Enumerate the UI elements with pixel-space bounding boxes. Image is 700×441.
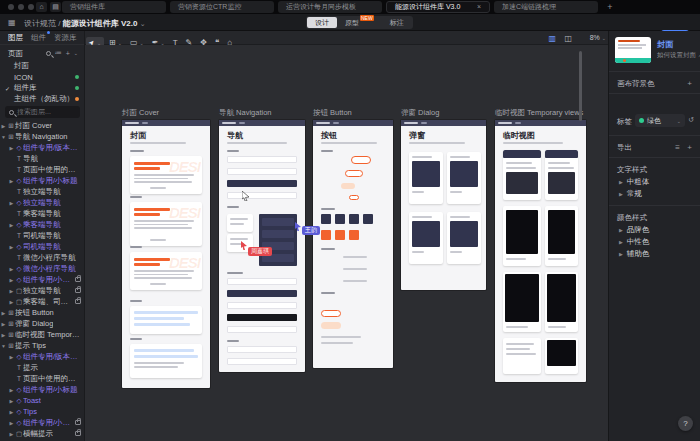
layer-row[interactable]: ▶◇微信小程序导航	[0, 263, 85, 274]
layer-caret-icon[interactable]: ▶	[8, 288, 15, 294]
layer-row[interactable]: ▶◇组件专用/版本标题	[0, 142, 85, 153]
layer-caret-icon[interactable]: ▶	[8, 431, 15, 437]
layer-row[interactable]: ▶◇组件专用/小标题	[0, 175, 85, 186]
layer-row[interactable]: ▶⊞按钮 Button	[0, 307, 85, 318]
mode-annotate[interactable]: 标注	[382, 17, 412, 28]
layer-caret-icon[interactable]: ▶	[8, 178, 15, 184]
layer-caret-icon[interactable]: ▼	[0, 134, 7, 140]
document-title[interactable]: 能源设计组件库 V2.0	[63, 19, 138, 28]
canvas-viewport[interactable]: 封面 Cover 导航 Navigation 按钮 Button 弹窗 Dial…	[85, 45, 608, 441]
tab-layers[interactable]: 图层	[8, 33, 23, 43]
layer-row[interactable]: T乘客端导航	[0, 208, 85, 219]
export-settings-icon[interactable]: ≡	[675, 143, 680, 152]
artboard-button[interactable]: 按钮	[313, 120, 393, 368]
layer-row[interactable]: ▶◇组件专用/小标题	[0, 384, 85, 395]
add-canvas-bg-button[interactable]: +	[687, 79, 692, 88]
main-menu-icon[interactable]: ▦	[8, 18, 16, 27]
lock-icon[interactable]	[75, 288, 81, 293]
layer-row[interactable]: T微信小程序导航	[0, 252, 85, 263]
layer-row[interactable]: T司机端导航	[0, 230, 85, 241]
mode-prototype[interactable]: 原型NEW	[337, 17, 382, 28]
layer-row[interactable]: ▶◇组件专用/小标题	[0, 274, 85, 285]
layer-row[interactable]: ▶◇组件专用/版本标题	[0, 351, 85, 362]
layer-caret-icon[interactable]: ▶	[0, 123, 7, 129]
file-tab[interactable]: 能源设计组件库 V3.0×	[386, 1, 490, 13]
file-tab[interactable]: 加速C端链路梳理	[494, 1, 598, 13]
layer-caret-icon[interactable]: ▶	[8, 222, 15, 228]
layer-row[interactable]: ▼⊞提示 Tips	[0, 340, 85, 351]
layer-row[interactable]: ▶⊞临时视图 Temporary views	[0, 329, 85, 340]
layer-caret-icon[interactable]: ▶	[8, 354, 15, 360]
artboard-dialog[interactable]: 弹窗	[401, 120, 486, 290]
layer-row[interactable]: ▶▢独立端导航	[0, 285, 85, 296]
color-style-item[interactable]: ▶辅助色	[619, 249, 649, 259]
layer-row[interactable]: ▶▢乘客端、司机端、微...	[0, 296, 85, 307]
layer-row[interactable]: T导航	[0, 153, 85, 164]
chevron-down-icon[interactable]: ⌄	[140, 20, 146, 27]
help-link[interactable]: 如何设置封面 ↗	[657, 51, 700, 60]
search-icon[interactable]	[46, 51, 51, 56]
file-tab[interactable]: 营销组件库	[62, 1, 166, 13]
lock-icon[interactable]	[75, 277, 81, 282]
window-maximize-button[interactable]	[28, 4, 34, 10]
color-style-item[interactable]: ▶品牌色	[619, 225, 649, 235]
caret-right-icon[interactable]: ▶	[619, 251, 623, 257]
layer-caret-icon[interactable]: ▶	[8, 266, 15, 272]
breadcrumb[interactable]: 设计规范 / 能源设计组件库 V2.0 ⌄	[24, 18, 146, 29]
boards-icon[interactable]: ▤	[50, 2, 61, 12]
file-tab[interactable]: 营销资源位CTR监控	[170, 1, 274, 13]
artboard-label[interactable]: 导航 Navigation	[219, 108, 272, 118]
layer-row[interactable]: T提示	[0, 362, 85, 373]
tag-select[interactable]: 绿色 ⌄	[635, 114, 685, 127]
layer-search-box[interactable]: 搜索图层...	[5, 106, 80, 118]
page-row[interactable]: 主组件（勿乱动）	[0, 94, 85, 104]
layer-row[interactable]: ▶⊞弹窗 Dialog	[0, 318, 85, 329]
layer-caret-icon[interactable]: ▼	[0, 343, 7, 349]
grid-view-icon[interactable]: ▥	[548, 34, 556, 43]
comment-mode-icon[interactable]: ◫	[564, 34, 572, 43]
layer-row[interactable]: T页面中使用的按钮应当保持统...	[0, 373, 85, 384]
breadcrumb-root[interactable]: 设计规范	[24, 19, 56, 28]
close-icon[interactable]: ×	[477, 2, 481, 12]
help-button[interactable]: ?	[678, 416, 693, 431]
zoom-control[interactable]: 8% ⌄	[590, 34, 606, 41]
layer-caret-icon[interactable]: ▶	[0, 310, 7, 316]
add-page-button[interactable]: +	[66, 50, 70, 57]
list-icon[interactable]: ≔	[55, 49, 62, 57]
layer-row[interactable]: ▶◇乘客端导航	[0, 219, 85, 230]
text-style-item[interactable]: ▶中粗体	[619, 177, 649, 187]
caret-right-icon[interactable]: ▶	[619, 191, 623, 197]
lock-icon[interactable]	[75, 431, 81, 436]
artboard-label[interactable]: 临时视图 Temporary views	[495, 108, 583, 118]
artboard-navigation[interactable]: 导航	[219, 120, 305, 372]
layer-row[interactable]: ▶◇Tips	[0, 406, 85, 417]
artboard-label[interactable]: 弹窗 Dialog	[401, 108, 439, 118]
layer-row[interactable]: T独立端导航	[0, 186, 85, 197]
layer-caret-icon[interactable]: ▶	[0, 321, 7, 327]
page-row[interactable]: ICON	[0, 72, 85, 82]
layer-caret-icon[interactable]: ▶	[8, 277, 15, 283]
layer-row[interactable]: ▶⊞封面 Cover	[0, 120, 85, 131]
page-row[interactable]: 封面	[0, 61, 85, 71]
layer-caret-icon[interactable]: ▶	[0, 332, 7, 338]
artboard-label[interactable]: 封面 Cover	[122, 108, 159, 118]
layer-row[interactable]: T页面中使用的按钮应当保持统...	[0, 164, 85, 175]
vertical-scrollbar[interactable]	[579, 51, 582, 121]
mode-design[interactable]: 设计	[307, 17, 337, 28]
window-close-button[interactable]	[8, 4, 14, 10]
text-style-item[interactable]: ▶常规	[619, 189, 642, 199]
lock-icon[interactable]	[75, 420, 81, 425]
tab-components[interactable]: 组件	[31, 33, 46, 43]
layer-caret-icon[interactable]: ▶	[8, 387, 15, 393]
layer-row[interactable]: ▶◇Toast	[0, 395, 85, 406]
page-thumbnail[interactable]	[615, 37, 651, 63]
layer-caret-icon[interactable]: ▶	[8, 244, 15, 250]
layer-row[interactable]: ▼⊞导航 Navigation	[0, 131, 85, 142]
page-row[interactable]: ✓组件库	[0, 83, 85, 93]
layer-caret-icon[interactable]: ▶	[8, 299, 15, 305]
caret-right-icon[interactable]: ▶	[619, 179, 623, 185]
artboard-temporary-views[interactable]: 临时视图	[495, 120, 586, 382]
color-style-item[interactable]: ▶中性色	[619, 237, 649, 247]
layer-caret-icon[interactable]: ▶	[8, 409, 15, 415]
collapse-pages-icon[interactable]: ⌄	[74, 50, 78, 56]
